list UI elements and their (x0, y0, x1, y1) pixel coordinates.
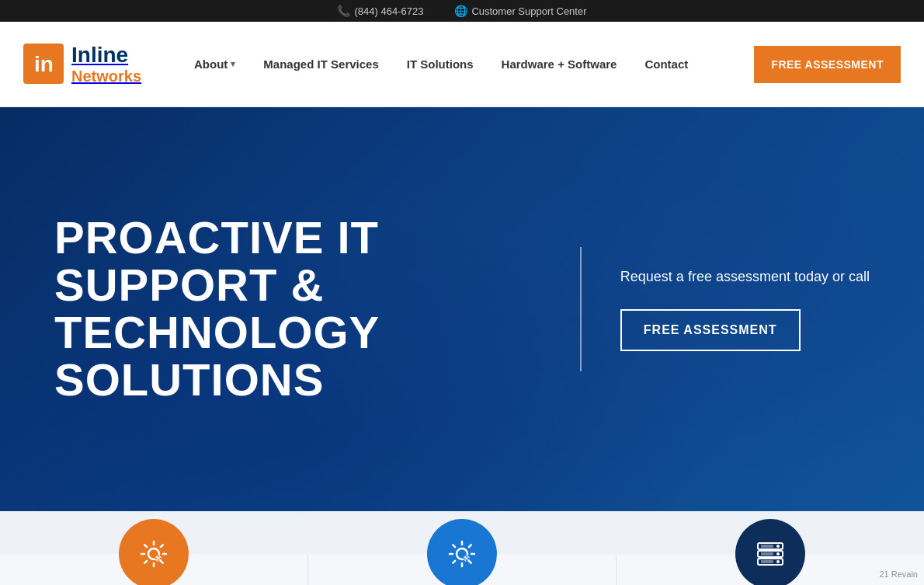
nav-contact[interactable]: Contact (630, 57, 702, 71)
logo-inline: Inline (71, 44, 141, 68)
nav-it-solutions[interactable]: IT Solutions (393, 57, 488, 71)
hero-divider (580, 247, 582, 371)
support-text: Customer Support Center (471, 5, 586, 17)
card-business-it: BUSINESS IT SOLUTIONS (308, 554, 617, 585)
cards-section: MANAGED IT SERVICES BUSINESS IT SOLUTION… (0, 511, 924, 585)
hero-assessment-button[interactable]: FREE ASSESSMENT (620, 309, 801, 351)
gear-cog-icon (445, 537, 479, 571)
chevron-down-icon: ▾ (231, 59, 235, 69)
hardware-software-icon-wrap (735, 519, 805, 585)
phone-link[interactable]: 📞 (844) 464-6723 (337, 5, 423, 17)
svg-point-10 (776, 552, 780, 555)
hero-content: PROACTIVE IT SUPPORT & TECHNOLOGY SOLUTI… (0, 214, 924, 404)
server-icon (753, 537, 787, 571)
nav-links: About ▾ Managed IT Services IT Solutions… (180, 46, 901, 83)
svg-rect-12 (761, 545, 773, 548)
hero-request-text: Request a free assessment today or call (620, 267, 870, 287)
svg-text:in: in (34, 52, 54, 76)
svg-point-9 (776, 545, 780, 548)
nav-managed-it[interactable]: Managed IT Services (249, 57, 392, 71)
top-bar: 📞 (844) 464-6723 🌐 Customer Support Cent… (0, 0, 924, 22)
hero-left: PROACTIVE IT SUPPORT & TECHNOLOGY SOLUTI… (54, 214, 541, 404)
card-managed-it: MANAGED IT SERVICES (0, 554, 308, 585)
business-it-icon-wrap (427, 519, 497, 585)
logo-icon: in (23, 44, 64, 84)
card-hardware-software: HARDWARE + SOFTWARE (617, 554, 924, 585)
svg-point-11 (776, 560, 780, 563)
nav-about[interactable]: About ▾ (180, 57, 249, 71)
nav-cta-button[interactable]: FREE ASSESSMENT (754, 46, 901, 83)
phone-number: (844) 464-6723 (354, 5, 423, 17)
support-link[interactable]: 🌐 Customer Support Center (454, 5, 586, 17)
hero-section: PROACTIVE IT SUPPORT & TECHNOLOGY SOLUTI… (0, 107, 924, 511)
logo-networks: Networks (71, 68, 141, 85)
support-icon: 🌐 (454, 5, 467, 17)
nav-hardware-software[interactable]: Hardware + Software (488, 57, 631, 71)
logo-link[interactable]: in Inline Networks (23, 44, 141, 85)
hero-right: Request a free assessment today or call … (620, 267, 870, 350)
gear-icon (137, 537, 171, 571)
svg-rect-14 (761, 560, 773, 563)
hero-title: PROACTIVE IT SUPPORT & TECHNOLOGY SOLUTI… (54, 214, 541, 404)
svg-rect-13 (761, 552, 773, 555)
phone-icon: 📞 (337, 5, 350, 17)
logo-text: Inline Networks (71, 44, 141, 85)
watermark: 21 Revain (879, 569, 918, 579)
navbar: in Inline Networks About ▾ Managed IT Se… (0, 22, 924, 107)
managed-it-icon-wrap (119, 519, 189, 585)
